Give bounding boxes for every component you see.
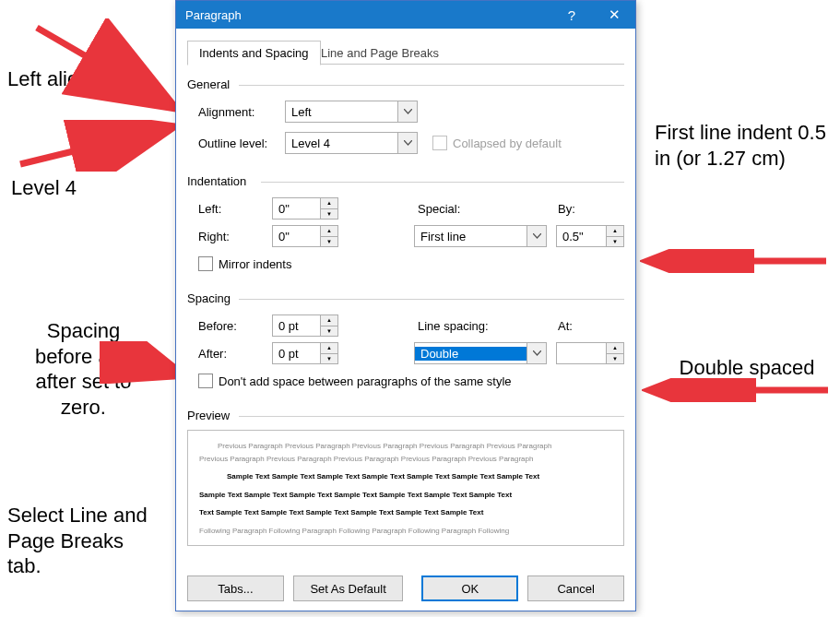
before-spinner[interactable]: 0 pt ▲▼ [272, 314, 338, 337]
set-default-button[interactable]: Set As Default [293, 575, 404, 601]
after-spinner[interactable]: 0 pt ▲▼ [272, 342, 338, 364]
line-spacing-value: Double [415, 347, 526, 361]
checkbox-label: Mirror indents [219, 257, 291, 271]
spin-up-icon: ▲ [321, 198, 337, 209]
group-preview: Preview [187, 409, 624, 422]
spin-down-icon: ▼ [321, 326, 337, 337]
tab-label: Line and Page Breaks [321, 46, 439, 60]
by-spinner[interactable]: 0.5" ▲▼ [556, 225, 624, 247]
dont-add-space-checkbox[interactable]: Don't add space between paragraphs of th… [198, 374, 512, 388]
label-indent-right: Right: [198, 230, 272, 243]
preview-line: Previous Paragraph Previous Paragraph Pr… [199, 453, 612, 466]
label-outline-level: Outline level: [198, 136, 285, 150]
preview-line: Following Paragraph Following Paragraph … [199, 525, 612, 538]
spin-down-icon: ▼ [607, 237, 623, 247]
label-after: After: [198, 347, 272, 361]
annotation-left-aligned: Left aligned [0, 66, 120, 92]
paragraph-dialog: Paragraph ? ✕ Indents and Spacing Line a… [175, 0, 636, 611]
preview-sample: Sample Text Sample Text Sample Text Samp… [199, 470, 612, 483]
cancel-button[interactable]: Cancel [527, 575, 624, 601]
before-value: 0 pt [273, 319, 320, 333]
label-indent-left: Left: [198, 202, 272, 216]
tab-label: Indents and Spacing [199, 46, 309, 60]
help-button[interactable]: ? [550, 1, 593, 29]
label-before: Before: [198, 319, 272, 333]
spinner-buttons[interactable]: ▲▼ [606, 226, 623, 246]
button-label: Set As Default [310, 582, 385, 596]
outline-level-value: Level 4 [286, 136, 397, 150]
outline-level-combo[interactable]: Level 4 [285, 132, 418, 154]
spinner-buttons[interactable]: ▲▼ [320, 198, 337, 219]
spinner-buttons[interactable]: ▲▼ [320, 315, 337, 336]
indent-right-spinner[interactable]: 0" ▲▼ [272, 225, 338, 247]
spin-up-icon: ▲ [607, 343, 623, 354]
button-label: Tabs... [218, 582, 253, 596]
spin-down-icon: ▼ [607, 354, 623, 364]
button-label: OK [461, 582, 479, 596]
button-bar: Tabs... Set As Default OK Cancel [187, 575, 624, 601]
spin-up-icon: ▲ [321, 226, 337, 237]
preview-sample: Text Sample Text Sample Text Sample Text… [199, 506, 612, 519]
alignment-combo[interactable]: Left [285, 101, 418, 123]
collapsed-checkbox: Collapsed by default [432, 136, 562, 150]
checkbox-label: Collapsed by default [453, 136, 562, 150]
ok-button[interactable]: OK [421, 575, 518, 601]
help-icon: ? [568, 7, 575, 23]
spinner-buttons[interactable]: ▲▼ [320, 343, 337, 363]
spin-down-icon: ▼ [321, 354, 337, 364]
special-value: First line [415, 230, 526, 243]
group-indentation: Indentation [187, 174, 624, 188]
mirror-indents-checkbox[interactable]: Mirror indents [198, 256, 291, 271]
special-combo[interactable]: First line [414, 225, 547, 247]
label-alignment: Alignment: [198, 105, 285, 119]
preview-sample: Sample Text Sample Text Sample Text Samp… [199, 489, 612, 502]
chevron-down-icon [526, 226, 546, 246]
label-at: At: [558, 319, 624, 333]
indent-right-value: 0" [273, 230, 320, 243]
tabstrip: Indents and Spacing Line and Page Breaks [187, 40, 624, 65]
spinner-buttons[interactable]: ▲▼ [606, 343, 623, 363]
annotation-first-line: First line indent 0.5 in (or 1.27 cm) [655, 120, 830, 171]
spinner-buttons[interactable]: ▲▼ [320, 226, 337, 246]
annotation-level4: Level 4 [0, 175, 88, 201]
spin-up-icon: ▲ [607, 226, 623, 237]
preview-box: Previous Paragraph Previous Paragraph Pr… [187, 430, 624, 546]
by-value: 0.5" [557, 230, 606, 243]
tab-line-page-breaks[interactable]: Line and Page Breaks [309, 41, 451, 65]
chevron-down-icon [526, 343, 546, 363]
chevron-down-icon [397, 101, 417, 122]
label-by: By: [558, 202, 624, 216]
tabs-button[interactable]: Tabs... [187, 575, 284, 601]
tab-indents-spacing[interactable]: Indents and Spacing [187, 41, 321, 65]
checkbox-label: Don't add space between paragraphs of th… [219, 374, 512, 388]
annotation-select-tab: Select Line and Page Breaks tab. [7, 503, 155, 579]
close-icon: ✕ [609, 6, 621, 23]
checkbox-icon [432, 136, 447, 150]
titlebar: Paragraph ? ✕ [176, 1, 635, 29]
group-general: General [187, 77, 624, 91]
label-special: Special: [418, 202, 549, 216]
label-line-spacing: Line spacing: [418, 319, 549, 333]
button-label: Cancel [557, 582, 594, 596]
annotation-spacing-zero: Spacing before and after set to zero. [17, 318, 150, 420]
preview-line: Previous Paragraph Previous Paragraph Pr… [199, 440, 612, 453]
checkbox-icon [198, 256, 213, 271]
indent-left-value: 0" [273, 202, 320, 216]
dialog-title: Paragraph [185, 8, 242, 22]
spin-up-icon: ▲ [321, 343, 337, 354]
after-value: 0 pt [273, 347, 320, 361]
spin-down-icon: ▼ [321, 209, 337, 220]
chevron-down-icon [397, 133, 417, 153]
at-spinner[interactable]: ▲▼ [556, 342, 624, 364]
alignment-value: Left [286, 105, 397, 119]
close-button[interactable]: ✕ [593, 1, 635, 29]
spin-up-icon: ▲ [321, 315, 337, 326]
checkbox-icon [198, 374, 213, 388]
spin-down-icon: ▼ [321, 237, 337, 247]
svg-line-2 [20, 127, 172, 164]
line-spacing-combo[interactable]: Double [414, 342, 547, 364]
indent-left-spinner[interactable]: 0" ▲▼ [272, 197, 338, 220]
annotation-double: Double spaced [673, 355, 821, 381]
group-spacing: Spacing [187, 291, 624, 305]
